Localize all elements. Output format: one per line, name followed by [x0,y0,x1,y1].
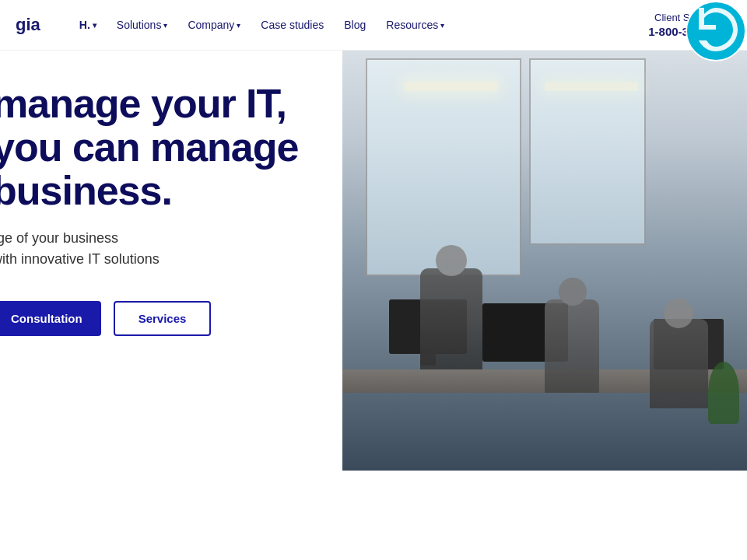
hero-office-image [342,51,747,471]
nav-blog-label: Blog [344,19,366,31]
person-3 [650,319,708,408]
nav-item-company[interactable]: Company ▾ [180,14,248,36]
ceiling-light-left [405,82,498,91]
chevron-down-icon: ▾ [440,21,444,30]
nav-links: H. ▾ Solutions ▾ Company ▾ Case studies … [72,14,648,36]
nav-home-label: H. [79,19,90,31]
chevron-down-icon: ▾ [237,21,240,30]
nav-case-studies-label: Case studies [261,19,324,31]
nav-item-blog[interactable]: Blog [336,14,374,36]
nav-company-label: Company [188,19,234,31]
ceiling-light-right [545,82,638,91]
navbar: gia H. ▾ Solutions ▾ Company ▾ Case stud… [0,0,747,51]
nav-item-case-studies[interactable]: Case studies [253,14,331,36]
hero-headline: manage your IT, you can manage business. [0,82,381,212]
hero-content: manage your IT, you can manage business.… [0,82,381,336]
nav-resources-label: Resources [386,19,438,31]
chevron-down-icon: ▾ [163,21,167,30]
bottom-section [0,471,747,560]
hero-subtext: rge of your business with innovative IT … [0,228,319,270]
brand-logo: gia [16,15,40,35]
plant-decoration [708,362,739,424]
chevron-down-icon: ▾ [93,21,96,30]
nav-item-solutions[interactable]: Solutions ▾ [109,14,176,36]
nav-solutions-label: Solutions [117,19,162,31]
hero-buttons: Consultation Services [0,301,381,336]
brand-logo-icon [685,0,747,62]
cta-consultation-button[interactable]: Consultation [0,301,101,336]
cta-services-button[interactable]: Services [114,301,212,336]
office-background [342,51,747,471]
nav-item-home[interactable]: H. ▾ [72,14,104,36]
person-2 [545,299,599,393]
nav-item-resources[interactable]: Resources ▾ [378,14,452,36]
brand-icon [685,0,747,62]
person-1 [420,268,482,369]
office-window-left [366,58,521,276]
